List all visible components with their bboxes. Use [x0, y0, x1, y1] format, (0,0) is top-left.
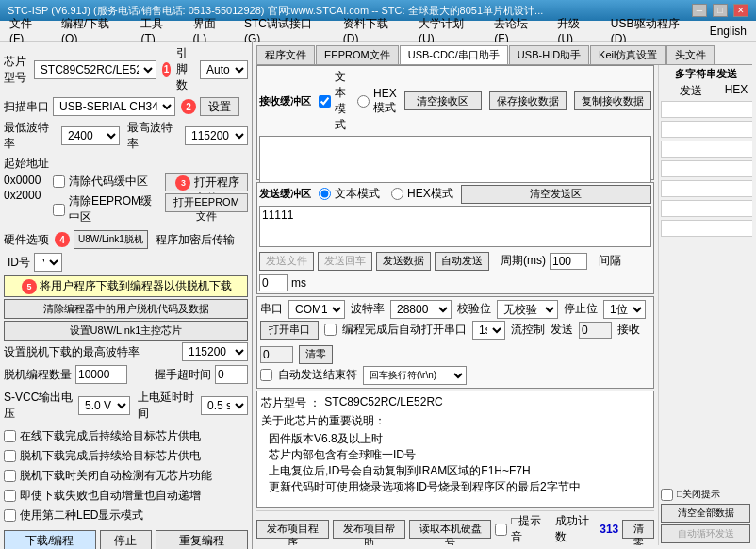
prog-count-input[interactable] — [75, 365, 127, 384]
clear-prog-button[interactable]: 清除编程器中的用户脱机代码及数据 — [4, 299, 248, 319]
stop-button[interactable]: 停止 — [100, 530, 153, 549]
menu-bar: 文件(F) 编程/下载(O) 工具(T) 界面(L) STC调试接口(G) 资料… — [0, 21, 756, 42]
max-baud-select[interactable]: 115200 — [185, 126, 248, 145]
u8w-btn[interactable]: U8W/Link1脱机 — [74, 230, 148, 249]
stop-row-select[interactable]: 1位 — [603, 300, 646, 319]
cb5[interactable] — [4, 509, 16, 522]
copy-recv-button[interactable]: 复制接收数据 — [574, 92, 651, 110]
settings-button[interactable]: 设置 — [200, 97, 239, 116]
recv-hex-mode-radio[interactable] — [357, 95, 370, 108]
send-hex-mode-radio[interactable] — [391, 188, 403, 200]
send-file-button[interactable]: 发送文件 — [259, 252, 314, 271]
svcc-select[interactable]: 5.0 V — [78, 396, 130, 415]
open-port-button[interactable]: 打开串口 — [260, 321, 319, 340]
close-btn[interactable]: ✕ — [733, 4, 748, 17]
port-row-select[interactable]: COM12 — [288, 300, 345, 319]
close-hint-cb[interactable] — [661, 489, 673, 501]
cb4-label: 即使下载失败也自动增量也自动递增 — [20, 488, 201, 504]
check-row-label: 校验位 — [457, 301, 491, 317]
multi-row-1[interactable] — [661, 101, 752, 118]
port-row-label: 串口 — [260, 301, 283, 317]
clear-eeprom-cb[interactable] — [53, 204, 65, 216]
id-select[interactable]: ▼ — [34, 253, 62, 272]
cb1-label: 在线下载完成后持续给目标芯片供电 — [20, 428, 201, 444]
save-recv-button[interactable]: 保存接收数据 — [489, 92, 567, 110]
download-main-button[interactable]: 5 将用户程序下载到编程器以供脱机下载 — [4, 275, 248, 297]
multi-row-5[interactable] — [661, 180, 752, 197]
chip-info-value: STC89C52RC/LE52RC — [324, 395, 442, 411]
recv-hex-mode-label: HEX模式 — [373, 87, 397, 116]
port-select[interactable]: USB-SERIAL CH340 (COM13) — [53, 97, 175, 116]
auto-end-cb[interactable] — [260, 369, 272, 381]
interval-label: 间隔 — [599, 253, 621, 269]
publish-prog-button[interactable]: 发布项目程序 — [256, 520, 329, 539]
max-offline-baud-select[interactable]: 115200 — [182, 342, 248, 361]
read-disk-button[interactable]: 读取本机硬盘号 — [409, 520, 491, 539]
min-baud-select[interactable]: 2400 — [61, 126, 120, 145]
chip-info-area: 芯片型号 ： STC89C52RC/LE52RC 关于此芯片的重要说明： 固件版… — [256, 391, 654, 509]
tab-header[interactable]: 头文件 — [666, 45, 715, 64]
recv-text-mode-label: 文本模式 — [335, 69, 346, 133]
multi-row-4[interactable] — [661, 160, 752, 177]
clear-count-button[interactable]: 清零 — [299, 345, 333, 364]
tab-cdc[interactable]: USB-CDC/串口助手 — [400, 45, 508, 64]
download-button[interactable]: 下载/编程 — [4, 530, 96, 549]
hint-cb[interactable] — [495, 524, 507, 536]
recv-text-mode-cb[interactable] — [319, 95, 331, 108]
clear-all-button[interactable]: 清空全部数据 — [661, 504, 750, 523]
setup-u8w-button[interactable]: 设置U8W/Link1主控芯片 — [4, 321, 248, 341]
multi-row-3[interactable] — [661, 141, 752, 158]
send-textarea[interactable]: 11111 — [259, 206, 651, 247]
send-data-button[interactable]: 发送数据 — [376, 252, 431, 271]
multi-send-sidebar: 多字符串发送 发送 HEX — [658, 65, 752, 545]
handshake-input[interactable] — [215, 365, 248, 384]
multi-row-7[interactable] — [661, 220, 752, 237]
tab-hid[interactable]: USB-HID助手 — [509, 45, 589, 64]
send-text-mode-radio[interactable] — [319, 188, 331, 200]
badge-1: 1 — [162, 62, 171, 77]
check-row-select[interactable]: 无校验 — [497, 300, 558, 319]
clear-send-button[interactable]: 清空发送区 — [461, 185, 651, 204]
param-select[interactable]: Auto — [200, 60, 248, 79]
hardware-label: 硬件选项 — [4, 232, 49, 248]
tab-eeprom[interactable]: EEPROM文件 — [316, 45, 399, 64]
svcc-label: S-VCC输出电压 — [4, 390, 74, 422]
maximize-btn[interactable]: □ — [713, 4, 728, 17]
cb3[interactable] — [4, 470, 16, 482]
cb4[interactable] — [4, 490, 16, 502]
open-prog-button[interactable]: 3 打开程序文件 — [165, 173, 248, 191]
multi-row-2[interactable] — [661, 121, 752, 138]
end-char-select[interactable]: 回车换行符(\r\n) — [363, 366, 467, 385]
clear-success-button[interactable]: 清零 — [622, 520, 654, 539]
chip-select[interactable]: STC89C52RC/LE52RC — [34, 60, 156, 79]
open-eeprom-button[interactable]: 打开EEPROM文件 — [165, 193, 248, 212]
stop-row-label: 停止位 — [564, 301, 598, 317]
redownload-button[interactable]: 重复编程 — [156, 530, 248, 549]
min-baud-label: 最低波特率 — [4, 120, 58, 152]
hint-label: □提示音 — [511, 513, 548, 545]
id-label: ID号 — [8, 255, 30, 271]
interval-input[interactable] — [259, 274, 288, 291]
publish-help-button[interactable]: 发布项目帮助 — [333, 520, 405, 539]
tab-keil[interactable]: Keil仿真设置 — [590, 45, 666, 64]
auto-cycle-button[interactable]: 自动循环发送 — [661, 524, 750, 543]
multi-row-6[interactable] — [661, 200, 752, 217]
menu-english[interactable]: English — [704, 24, 752, 39]
period-input[interactable] — [550, 253, 587, 270]
clear-recv-button[interactable]: 清空接收区 — [404, 92, 482, 110]
cb2[interactable] — [4, 450, 16, 462]
reopen-delay-select[interactable]: 1s — [472, 321, 505, 340]
clear-code-cb[interactable] — [53, 175, 65, 188]
badge-3: 3 — [175, 175, 190, 191]
auto-send-button[interactable]: 自动发送 — [435, 252, 489, 271]
about-label: 关于此芯片的重要说明： — [261, 414, 386, 427]
power-delay-select[interactable]: 0.5 s — [201, 396, 248, 415]
chip-label: 芯片型号 — [4, 54, 30, 86]
reopen-cb[interactable] — [324, 324, 337, 336]
cb1[interactable] — [4, 430, 16, 442]
addr1: 0x0000 — [4, 174, 49, 187]
tab-program[interactable]: 程序文件 — [256, 45, 315, 64]
baud-row-select[interactable]: 28800 — [390, 300, 452, 319]
multi-send-title: 多字符串发送 — [661, 67, 750, 81]
send-enter-button[interactable]: 发送回车 — [318, 252, 372, 271]
